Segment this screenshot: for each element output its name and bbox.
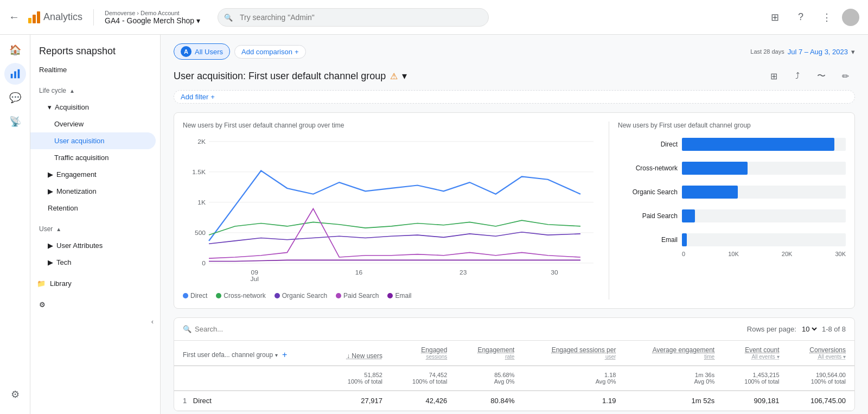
sidebar-section-lifecycle: Life cycle ▲ [30, 82, 160, 99]
sidebar-item-user-attributes[interactable]: ▶ User Attributes [30, 237, 156, 254]
legend-direct[interactable]: Direct [183, 292, 207, 300]
settings-icon[interactable]: ⚙ [4, 384, 26, 405]
row-avg-engagement: 1m 52s [624, 391, 723, 411]
user-attributes-expand: ▶ [48, 241, 53, 250]
account-dropdown-icon[interactable]: ▾ [196, 16, 200, 25]
bar-fill-direct [682, 138, 834, 151]
sidebar-item-overview[interactable]: Overview [30, 116, 156, 132]
logo: Analytics [28, 11, 82, 23]
account-name[interactable]: GA4 - Google Merch Shop ▾ [105, 16, 200, 25]
pencil-button[interactable]: ✏ [835, 66, 855, 86]
page-info: 1-8 of 8 [822, 325, 846, 333]
lifecycle-chevron: ▲ [69, 88, 75, 94]
legend-organic-search[interactable]: Organic Search [275, 292, 327, 300]
table-section: 🔍 Rows per page: 10 25 50 1-8 of 8 [174, 317, 855, 411]
col-conversions-header[interactable]: Conversions All events ▾ [788, 341, 854, 366]
col-engaged-sessions-header[interactable]: Engaged sessions [391, 341, 456, 366]
svg-rect-2 [17, 69, 20, 79]
line-chart-container: New users by First user default channel … [183, 122, 600, 300]
col-channel-header[interactable]: First user defa... channel group ▾ + [174, 341, 325, 366]
table-search-input[interactable] [195, 325, 303, 333]
x-label-0: 0 [682, 251, 685, 257]
add-comparison-button[interactable]: Add comparison + [234, 45, 306, 59]
legend-paid-search[interactable]: Paid Search [336, 292, 379, 300]
add-filter-button[interactable]: Add filter + [174, 90, 855, 104]
sidebar-library[interactable]: 📁 Library [30, 279, 160, 288]
row-channel[interactable]: 1 Direct [174, 391, 325, 411]
chart-title-dropdown-icon[interactable]: ▾ [402, 70, 407, 82]
legend-email[interactable]: Email [387, 292, 411, 300]
sidebar-item-traffic-acquisition[interactable]: Traffic acquisition [30, 149, 156, 166]
x-label-10k: 10K [728, 251, 739, 257]
logo-icon [28, 11, 40, 23]
row-conversions: 106,745.00 [788, 391, 854, 411]
bar-track-cross-network [682, 162, 846, 175]
svg-text:1.5K: 1.5K [192, 169, 206, 175]
svg-rect-0 [10, 74, 12, 78]
sidebar-settings[interactable]: ⚙ [30, 296, 160, 313]
line-chart: 2K 1.5K 1K 500 0 09 Jul 16 23 30 [183, 136, 600, 288]
chart-main-title: User acquisition: First user default cha… [174, 70, 407, 82]
edit-chart-button[interactable]: ⊞ [764, 66, 783, 86]
svg-text:1K: 1K [197, 200, 206, 206]
engagement-expand-icon: ▶ [48, 170, 53, 179]
date-range-dropdown-icon: ▾ [851, 48, 855, 56]
more-options-icon[interactable]: ⋮ [816, 7, 838, 28]
rows-per-page-select[interactable]: 10 25 50 [800, 324, 819, 334]
sidebar-item-realtime[interactable]: Realtime [30, 61, 156, 78]
bar-chart-x-axis: 0 10K 20K 30K [618, 251, 846, 257]
sidebar-collapse-button[interactable]: ‹ [30, 313, 160, 330]
add-column-button[interactable]: + [282, 350, 287, 360]
sidebar-item-retention[interactable]: Retention [30, 200, 156, 216]
all-users-chip[interactable]: A All Users [174, 43, 230, 60]
avatar[interactable] [842, 9, 859, 26]
search-icon: 🔍 [224, 13, 233, 21]
sidebar-item-engagement[interactable]: ▶ Engagement [30, 166, 156, 183]
table-search[interactable]: 🔍 [183, 325, 743, 333]
explore-icon[interactable]: 💬 [4, 87, 26, 109]
reports-icon[interactable] [4, 63, 26, 85]
share-button[interactable]: ⤴ [788, 66, 807, 86]
icon-rail: 🏠 💬 📡 ⚙ [0, 35, 30, 414]
col-event-count-header[interactable]: Event count All events ▾ [723, 341, 788, 366]
back-button[interactable]: ← [9, 11, 20, 23]
sidebar-item-tech[interactable]: ▶ Tech [30, 254, 156, 271]
bar-row-organic-search: Organic Search [618, 186, 846, 199]
col-avg-engagement-header[interactable]: Average engagement time [624, 341, 723, 366]
tech-expand: ▶ [48, 258, 53, 266]
search-input[interactable] [218, 8, 489, 27]
table-search-icon: 🔍 [183, 325, 192, 333]
table-header-row: First user defa... channel group ▾ + ↓ N… [174, 341, 854, 366]
date-range-selector[interactable]: Last 28 days Jul 7 – Aug 3, 2023 ▾ [750, 48, 855, 56]
apps-icon[interactable]: ⊞ [764, 7, 786, 28]
col-engagement-rate-header[interactable]: Engagement rate [456, 341, 523, 366]
bar-chart: Direct Cross-network Organ [618, 138, 846, 246]
chart-actions: ⊞ ⤴ 〜 ✏ [764, 66, 855, 86]
sort-icon: ▾ [275, 352, 278, 358]
search-bar[interactable]: 🔍 [218, 8, 489, 27]
svg-text:500: 500 [195, 230, 206, 236]
compare-button[interactable]: 〜 [812, 66, 831, 86]
home-icon[interactable]: 🏠 [4, 39, 26, 61]
add-filter-icon: + [210, 93, 215, 101]
sidebar-item-acquisition[interactable]: ▾ Acquisition [30, 99, 156, 116]
table-wrapper: First user defa... channel group ▾ + ↓ N… [174, 341, 854, 411]
legend-cross-network[interactable]: Cross-network [216, 292, 265, 300]
app-title: Analytics [43, 11, 82, 23]
lifecycle-label: Life cycle [39, 87, 66, 94]
help-icon[interactable]: ? [790, 7, 812, 28]
chart-title-row: User acquisition: First user default cha… [174, 66, 855, 86]
col-sessions-per-user-header[interactable]: Engaged sessions per user [523, 341, 624, 366]
col-new-users-header[interactable]: ↓ New users [325, 341, 391, 366]
advertising-icon[interactable]: 📡 [4, 111, 26, 132]
bar-track-organic-search [682, 186, 846, 199]
sidebar-item-monetization[interactable]: ▶ Monetization [30, 183, 156, 200]
line-chart-subtitle: New users by First user default channel … [183, 122, 600, 129]
all-users-icon: A [181, 46, 192, 57]
svg-text:23: 23 [459, 270, 467, 276]
date-range-label: Last 28 days [750, 48, 784, 55]
bar-row-email: Email [618, 233, 846, 246]
bar-fill-cross-network [682, 162, 748, 175]
sidebar-item-user-acquisition[interactable]: User acquisition [30, 132, 156, 149]
bar-row-paid-search: Paid Search [618, 209, 846, 222]
